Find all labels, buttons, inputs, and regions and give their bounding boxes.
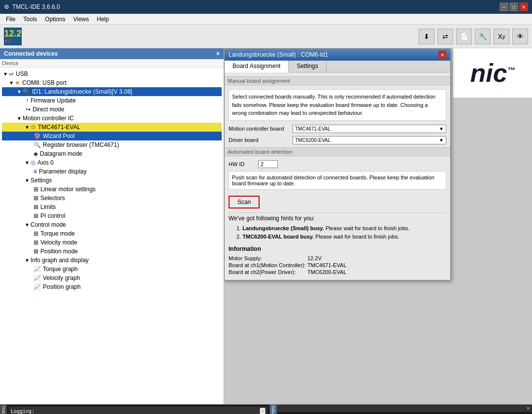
log-area: TMCL history Logging: ✕ Eds/XML done in … — [0, 405, 270, 414]
torque-icon: ⊞ — [33, 230, 38, 237]
tree-item-torquegraph[interactable]: 📈 Torque graph — [2, 265, 222, 274]
panel-title: Connected devices — [4, 50, 58, 57]
tree-item-register[interactable]: 🔍 Register browser (TMC4671) — [2, 140, 222, 149]
com8-star-icon: ★ — [15, 79, 20, 86]
tree-item-torque[interactable]: ⊞ Torque mode — [2, 229, 222, 238]
advanced-close-button[interactable]: ✕ — [526, 406, 530, 411]
maximize-button[interactable]: □ — [509, 2, 518, 11]
wizard-icon: 🔮 — [33, 133, 41, 139]
toolbar: 12.2 ●V ⬇ ⇄ 📄 🔧 Xy 👁 — [0, 25, 532, 48]
title-bar-controls: ─ □ ✕ — [499, 2, 528, 11]
log-close-button[interactable]: ✕ — [260, 408, 266, 414]
settings-button[interactable]: 🔧 — [475, 29, 491, 44]
voltage-display: 12.2 ●V — [4, 28, 22, 45]
scan-button[interactable]: Scan — [229, 196, 260, 208]
upload-button[interactable]: ⇄ — [437, 29, 453, 44]
tab-settings[interactable]: Settings — [289, 61, 326, 72]
positiongraph-icon: 📈 — [33, 283, 41, 290]
tmcl-history-tab[interactable]: TMCL history — [0, 405, 7, 414]
info-motor-supply-key: Motor Supply: — [229, 255, 307, 261]
tree-item-param[interactable]: ≡ Parameter display — [2, 167, 222, 176]
limits-icon: ⊞ — [33, 204, 38, 210]
tree-item-axis0[interactable]: ▾ ◎ Axis 0 — [2, 158, 222, 167]
motion-controller-label: Motion controller board — [229, 126, 293, 132]
tree-label-settings: Settings — [31, 177, 52, 184]
menu-bar: File Tools Options Views Help — [0, 14, 532, 25]
axis0-icon: ◎ — [31, 159, 35, 166]
info-ch1-key: Board at ch1(Motion Controller): — [229, 262, 307, 268]
tab-board-assignment[interactable]: Board Assignment — [225, 61, 289, 72]
file-button[interactable]: 📄 — [456, 29, 472, 44]
tree-item-position[interactable]: ⊞ Position mode — [2, 247, 222, 256]
tree-item-infograph[interactable]: ▾ Info graph and display — [2, 256, 222, 265]
tree-item-positiongraph[interactable]: 📈 Position graph — [2, 282, 222, 291]
advanced-tab[interactable]: Advanced to... — [270, 405, 277, 414]
tree-item-wizard[interactable]: 🔮 Wizard Pool — [2, 132, 222, 140]
tree-label-infograph: Info graph and display — [31, 257, 89, 264]
tree-item-pi[interactable]: ⊞ PI control — [2, 211, 222, 220]
settings-arrow-icon: ▾ — [26, 177, 29, 184]
torquegraph-icon: 📈 — [33, 266, 41, 273]
hint-2-num: 2. — [236, 234, 241, 240]
tree-label-pi: PI control — [40, 212, 66, 219]
tree-item-selectors[interactable]: ⊞ Selectors — [2, 194, 222, 203]
tree-item-limits[interactable]: ⊞ Limits — [2, 203, 222, 211]
tree-label-param: Parameter display — [39, 168, 87, 175]
scan-info-box: Push scan for automated detection of con… — [229, 171, 446, 190]
brand-display: nic™ — [470, 58, 515, 88]
advanced-header: ✕ — [277, 405, 532, 412]
direct-icon: ↪ — [26, 106, 31, 113]
info-section: Information Motor Supply: 12.2V Board at… — [229, 245, 446, 275]
tree-item-direct[interactable]: ↪ Direct mode — [2, 105, 222, 114]
tree-item-velocitygraph[interactable]: 📈 Velocity graph — [2, 274, 222, 282]
menu-views[interactable]: Views — [69, 15, 93, 24]
eye-button[interactable]: 👁 — [512, 29, 528, 44]
close-button[interactable]: ✕ — [519, 2, 528, 11]
minimize-button[interactable]: ─ — [499, 2, 508, 11]
dialog-title-bar: Landungsbruecke (Small) : COM6-Id1 ✕ — [225, 49, 450, 61]
download-button[interactable]: ⬇ — [419, 29, 434, 44]
xy-button[interactable]: Xy — [494, 29, 509, 44]
tree-label-torque: Torque mode — [40, 230, 75, 237]
dialog-close-button[interactable]: ✕ — [438, 51, 446, 59]
pi-icon: ⊞ — [33, 212, 38, 219]
motion-controller-select[interactable]: TMC4671-EVAL ▼ — [293, 125, 446, 133]
tree-item-com8[interactable]: ▾ ★ COM8: USB port — [2, 78, 222, 87]
menu-options[interactable]: Options — [41, 15, 69, 24]
log-panel: Logging: ✕ Eds/XML done in 34 [ms]. [1] … — [7, 405, 270, 414]
tree-label-direct: Direct mode — [33, 106, 65, 113]
menu-tools[interactable]: Tools — [19, 15, 41, 24]
tree-label-positiongraph: Position graph — [43, 283, 81, 290]
app-icon: ⚙ — [4, 3, 9, 10]
tree-label-selectors: Selectors — [40, 195, 65, 202]
info-row-ch1: Board at ch1(Motion Controller): TMC4671… — [229, 262, 446, 268]
tree-label-datagram: Datagram mode — [40, 150, 82, 157]
tree-item-motion-controller[interactable]: ▾ Motion controller IC — [2, 114, 222, 123]
tree-item-linear[interactable]: ⊞ Linear motor settings — [2, 185, 222, 194]
hint-2-bold: TMC6200-EVAL board busy. — [242, 234, 314, 240]
hints-title: We've got following hints for you: — [229, 215, 446, 222]
controlmode-arrow-icon: ▾ — [26, 221, 29, 228]
tree-item-firmware[interactable]: ↑ Firmware Update — [2, 96, 222, 105]
info-title: Information — [229, 245, 446, 252]
tree-item-tmc4671[interactable]: ▾ ⚙ TMC4671-EVAL — [2, 123, 222, 132]
left-panel: Connected devices × Device ▾ ⇌ USB ▾ ★ C… — [0, 48, 224, 404]
menu-help[interactable]: Help — [93, 15, 113, 24]
info-ch2-key: Board at ch2(Power Driver): — [229, 269, 307, 275]
device-section-label: Device — [0, 59, 224, 68]
tree-item-settings[interactable]: ▾ Settings — [2, 176, 222, 185]
brand-text: nic — [470, 59, 507, 87]
tree-item-datagram[interactable]: ◈ Datagram mode — [2, 149, 222, 158]
hw-id-control — [258, 160, 278, 168]
driver-board-select[interactable]: TMC6200-EVAL ▼ — [293, 136, 446, 144]
hw-id-input[interactable] — [258, 160, 278, 168]
hint-item-1: 1. Landungsbruecke (Small) busy. Please … — [236, 225, 446, 232]
tree-item-usb[interactable]: ▾ ⇌ USB — [2, 69, 222, 78]
title-bar: ⚙ TMCL-IDE 3.6.6.0 ─ □ ✕ — [0, 0, 532, 14]
hw-id-row: HW ID — [229, 160, 446, 168]
menu-file[interactable]: File — [2, 15, 19, 24]
panel-close-button[interactable]: × — [216, 50, 220, 57]
tree-item-velocity[interactable]: ⊞ Velocity mode — [2, 238, 222, 247]
tree-item-controlmode[interactable]: ▾ Control mode — [2, 220, 222, 229]
tree-item-id1[interactable]: ▾ 🔌 ID1: Landungsbruecke (Small)[V 3.08] — [2, 87, 222, 96]
